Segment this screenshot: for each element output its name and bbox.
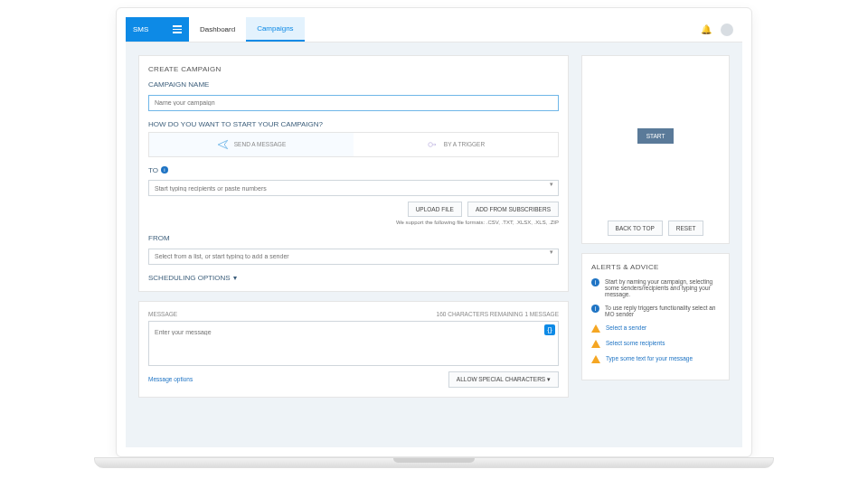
- avatar[interactable]: [721, 23, 733, 36]
- alert-warn-recipients[interactable]: Select some recipients: [591, 340, 720, 348]
- from-input[interactable]: [148, 249, 559, 265]
- warning-icon: [591, 355, 600, 363]
- svg-point-0: [429, 142, 433, 146]
- create-campaign-card: CREATE CAMPAIGN CAMPAIGN NAME HOW DO YOU…: [138, 55, 569, 292]
- chevron-down-icon: ▾: [233, 274, 237, 282]
- start-mode-group: SEND A MESSAGE BY A TRIGGER: [148, 132, 559, 157]
- laptop-base: [94, 457, 774, 468]
- file-format-hint: We support the following file formats: .…: [148, 220, 559, 225]
- alert-info-2: i To use reply triggers functionality se…: [591, 305, 720, 317]
- scheduling-options-toggle[interactable]: SCHEDULING OPTIONS ▾: [148, 274, 559, 282]
- tab-campaigns[interactable]: Campaigns: [246, 17, 304, 42]
- alerts-card: ALERTS & ADVICE i Start by naming your c…: [581, 253, 730, 380]
- top-bar: SMS Dashboard Campaigns 🔔: [126, 17, 742, 42]
- info-icon: i: [591, 278, 599, 286]
- bell-icon[interactable]: 🔔: [701, 24, 712, 34]
- alert-warn-sender[interactable]: Select a sender: [591, 324, 720, 333]
- reset-button[interactable]: RESET: [668, 221, 704, 236]
- to-label: TO i: [148, 166, 559, 174]
- option-by-trigger[interactable]: BY A TRIGGER: [354, 133, 558, 156]
- preview-card: START BACK TO TOP RESET: [581, 55, 730, 244]
- start-mode-label: HOW DO YOU WANT TO START YOUR CAMPAIGN?: [148, 120, 559, 128]
- send-icon: [217, 139, 230, 150]
- add-from-subscribers-button[interactable]: ADD FROM SUBSCRIBERS: [467, 202, 559, 217]
- message-label: MESSAGE: [148, 311, 177, 317]
- page-title: CREATE CAMPAIGN: [148, 65, 559, 73]
- insert-variable-button[interactable]: {}: [544, 324, 555, 335]
- campaign-name-label: CAMPAIGN NAME: [148, 80, 559, 89]
- message-input[interactable]: [149, 324, 540, 339]
- warning-icon: [591, 324, 600, 333]
- tab-dashboard[interactable]: Dashboard: [189, 17, 246, 42]
- message-card: MESSAGE 160 CHARACTERS REMAINING 1 MESSA…: [138, 301, 569, 398]
- hamburger-icon[interactable]: [173, 25, 182, 33]
- option-send-message[interactable]: SEND A MESSAGE: [149, 133, 354, 156]
- to-info-icon[interactable]: i: [161, 166, 168, 174]
- alerts-title: ALERTS & ADVICE: [591, 263, 720, 271]
- upload-file-button[interactable]: UPLOAD FILE: [408, 202, 462, 217]
- allow-special-chars-button[interactable]: ALLOW SPECIAL CHARACTERS ▾: [448, 371, 559, 388]
- option-trigger-label: BY A TRIGGER: [444, 141, 485, 147]
- campaign-name-input[interactable]: [148, 95, 559, 111]
- start-button[interactable]: START: [637, 128, 675, 144]
- brand-block: SMS: [126, 17, 189, 42]
- trigger-icon: [427, 139, 439, 150]
- alert-info-1: i Start by naming your campaign, selecti…: [591, 278, 720, 297]
- message-options-link[interactable]: Message options: [148, 376, 193, 382]
- option-send-label: SEND A MESSAGE: [234, 141, 286, 147]
- alert-warn-message[interactable]: Type some text for your message: [591, 355, 720, 363]
- from-label: FROM: [148, 234, 559, 242]
- warning-icon: [591, 340, 600, 348]
- back-to-top-button[interactable]: BACK TO TOP: [608, 221, 663, 236]
- char-remaining: 160 CHARACTERS REMAINING 1 MESSAGE: [437, 311, 559, 317]
- to-input[interactable]: [148, 180, 559, 196]
- brand-label: SMS: [133, 25, 148, 33]
- info-icon: i: [591, 305, 599, 313]
